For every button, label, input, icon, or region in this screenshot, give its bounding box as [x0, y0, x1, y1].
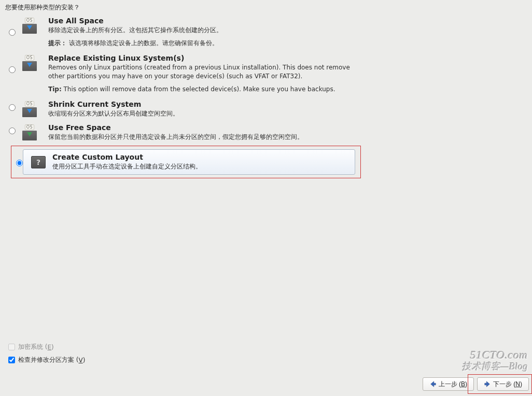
- disk-icon: OS: [17, 123, 42, 140]
- option-desc: Removes only Linux partitions (created f…: [48, 63, 359, 81]
- option-replace-linux[interactable]: OS Replace Existing Linux System(s) Remo…: [7, 53, 527, 95]
- radio-shrink-current[interactable]: [9, 104, 16, 111]
- option-use-free-space[interactable]: OS Use Free Space 保留您当前的数据和分区并只使用选定设备上尚未…: [7, 122, 527, 144]
- option-desc: 收缩现有分区来为默认分区布局创建空闲空间。: [48, 109, 519, 118]
- option-shrink-current[interactable]: OS Shrink Current System 收缩现有分区来为默认分区布局创…: [7, 99, 527, 120]
- checkbox-review-partitions[interactable]: 检查并修改分区方案 (V): [6, 355, 85, 365]
- option-title: Use Free Space: [48, 123, 519, 132]
- arrow-left-icon: [429, 380, 437, 388]
- radio-create-custom-layout[interactable]: [16, 160, 23, 166]
- arrow-right-icon: [484, 380, 491, 388]
- option-desc: 移除选定设备上的所有分区。这包括其它操作系统创建的分区。: [48, 26, 519, 35]
- option-desc: 保留您当前的数据和分区并只使用选定设备上尚未分区的空间，假定您拥有足够的空闲空间…: [48, 133, 519, 142]
- nav-bar: 上一步 (B) 下一步 (N): [423, 377, 529, 391]
- install-type-options: OS Use All Space 移除选定设备上的所有分区。这包括其它操作系统创…: [7, 16, 527, 146]
- option-title: Replace Existing Linux System(s): [48, 54, 519, 62]
- option-title: Use All Space: [48, 17, 519, 25]
- radio-use-all-space[interactable]: [9, 29, 16, 36]
- option-title: Shrink Current System: [48, 100, 519, 108]
- radio-replace-linux[interactable]: [9, 66, 16, 73]
- option-tip: Tip: This option will remove data from t…: [48, 85, 519, 94]
- disk-icon: OS: [17, 54, 42, 71]
- highlight-frame: ? Create Custom Layout 使用分区工具手动在选定设备上创建自…: [11, 146, 361, 178]
- option-use-all-space[interactable]: OS Use All Space 移除选定设备上的所有分区。这包括其它操作系统创…: [7, 16, 527, 49]
- checkbox-encrypt-input[interactable]: [8, 344, 15, 350]
- next-button[interactable]: 下一步 (N): [477, 377, 529, 391]
- back-button[interactable]: 上一步 (B): [423, 377, 474, 391]
- bottom-checkboxes: 加密系统 (E) 检查并修改分区方案 (V): [6, 342, 85, 368]
- option-title: Create Custom Layout: [52, 153, 342, 161]
- watermark: 51CTO.com 技术博客—Blog: [462, 349, 528, 372]
- option-create-custom-layout[interactable]: ? Create Custom Layout 使用分区工具手动在选定设备上创建自…: [23, 149, 355, 175]
- checkbox-encrypt-system[interactable]: 加密系统 (E): [6, 342, 85, 352]
- option-desc: 使用分区工具手动在选定设备上创建自定义分区结构。: [52, 162, 342, 171]
- checkbox-review-input[interactable]: [8, 357, 15, 363]
- disk-icon: OS: [17, 100, 42, 117]
- radio-use-free-space[interactable]: [9, 128, 16, 134]
- option-tip: 提示： 该选项将移除选定设备上的数据。请您确保留有备份。: [48, 39, 519, 48]
- disk-icon: OS: [17, 17, 42, 34]
- unknown-icon: ?: [27, 153, 49, 168]
- page-heading: 您要使用那种类型的安装？: [5, 3, 80, 12]
